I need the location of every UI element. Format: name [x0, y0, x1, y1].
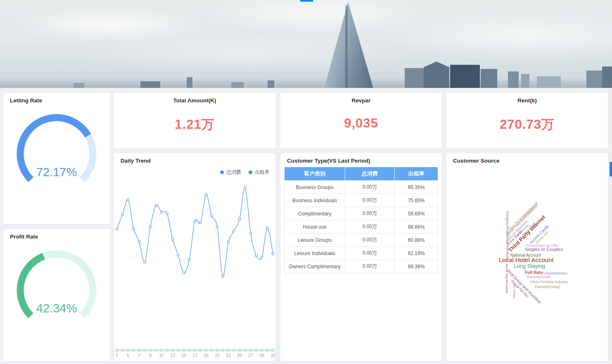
- line-chart-svg: 35791113151719212325272931: [114, 153, 275, 361]
- shard-edge: [345, 5, 348, 88]
- table-cell: 65.35%: [395, 181, 438, 194]
- rent-card: Rent(k) 270.73万: [446, 93, 608, 149]
- total-amount-card: Total Amount(K) 1.21万: [114, 93, 275, 149]
- table-cell: 0.00万: [345, 207, 395, 220]
- table-cell: 0.00万: [345, 194, 395, 207]
- svg-text:31: 31: [270, 353, 275, 358]
- card-title: Rent(k): [446, 97, 608, 104]
- table-row: House use0.00万88.66%: [285, 220, 438, 234]
- rent-value: 270.73万: [446, 116, 608, 133]
- wordcloud-word: Owners(Comp): [535, 285, 560, 289]
- table-row: Leisure Groups0.00万60.88%: [285, 234, 438, 247]
- customer-type-card: Customer Type(VS Last Period) 客户类别总消费出租率…: [280, 153, 442, 361]
- revpar-card: Revpar 9,035: [280, 93, 442, 149]
- wordcloud-word: Other Ptnrship Industry: [530, 280, 568, 284]
- svg-text:7: 7: [138, 353, 140, 358]
- wordcloud-word: Local Hotel Account: [499, 257, 554, 263]
- daily-trend-chart: 35791113151719212325272931: [114, 153, 275, 361]
- svg-text:13: 13: [170, 353, 175, 358]
- building: [231, 82, 244, 88]
- table-cell: 60.88%: [395, 234, 438, 247]
- building: [268, 80, 274, 88]
- building: [405, 68, 424, 88]
- svg-text:3: 3: [116, 353, 118, 358]
- table-cell: Complimentary: [285, 207, 345, 220]
- svg-text:15: 15: [181, 353, 186, 358]
- svg-text:19: 19: [204, 353, 209, 358]
- daily-trend-card: Daily Trend 总消费出租率 357911131517192123252…: [114, 153, 275, 361]
- svg-text:29: 29: [259, 353, 264, 358]
- table-cell: House use: [285, 220, 345, 234]
- building: [537, 76, 561, 88]
- customer-source-card: Customer Source Congres,Residential Semi…: [446, 153, 608, 361]
- table-cell: Leisure Individuals: [285, 247, 345, 260]
- card-title: Customer Type(VS Last Period): [287, 158, 370, 164]
- wordcloud-word: Accor Key Accounts: [505, 264, 508, 293]
- table-cell: Leisure Groups: [285, 234, 345, 247]
- table-row: Business Groups0.00万65.35%: [285, 181, 438, 194]
- customer-source-wordcloud: Congres,Residential SeminarsTour Op Vche…: [446, 153, 608, 361]
- wordcloud-word: Air Crews: [512, 284, 516, 298]
- building: [481, 69, 497, 88]
- customer-type-table: 客户类别总消费出租率 Business Groups0.00万65.35%Bus…: [284, 167, 438, 273]
- table-header-cell: 总消费: [345, 167, 395, 181]
- wordcloud-word: Owners(Small): [526, 275, 551, 279]
- table-row: Leisure Individuals0.00万62.19%: [285, 247, 438, 260]
- svg-text:9: 9: [149, 353, 152, 358]
- building: [187, 77, 192, 88]
- table-cell: Owners Complimentary: [285, 260, 345, 273]
- table-cell: 69.36%: [395, 260, 438, 273]
- card-title: Total Amount(K): [114, 97, 275, 104]
- svg-text:21: 21: [215, 353, 220, 358]
- table-header-cell: 客户类别: [285, 167, 345, 181]
- table-cell: 88.66%: [395, 220, 438, 234]
- building: [508, 71, 519, 88]
- skyline-far: [0, 78, 612, 88]
- gauge-arc: [3, 229, 110, 336]
- table-cell: 0.00万: [345, 234, 395, 247]
- banner-image: [0, 0, 612, 88]
- svg-text:11: 11: [159, 353, 164, 358]
- wordcloud-word: Full Rate: [525, 271, 542, 275]
- svg-text:17: 17: [192, 353, 197, 358]
- table-cell: 0.00万: [345, 220, 395, 234]
- table-cell: 75.65%: [395, 194, 438, 207]
- svg-text:23: 23: [226, 353, 231, 358]
- profit-rate-value: 42.34%: [3, 302, 110, 315]
- total-amount-value: 1.21万: [114, 116, 275, 133]
- table-cell: Business Individuals: [285, 194, 345, 207]
- table-cell: 0.00万: [345, 181, 395, 194]
- revpar-value: 9,035: [280, 116, 442, 131]
- top-tab-indicator: [300, 0, 313, 2]
- table-cell: Business Groups: [285, 181, 345, 194]
- table-cell: 0.00万: [345, 247, 395, 260]
- building: [586, 71, 603, 88]
- building: [140, 81, 160, 88]
- wordcloud-word: Long Staying: [514, 263, 545, 269]
- scrollbar-thumb[interactable]: [610, 162, 612, 177]
- table-row: Owners Complimentary0.00万69.36%: [285, 260, 438, 273]
- table-row: Business Individuals0.00万75.65%: [285, 194, 438, 207]
- table-cell: 62.19%: [395, 247, 438, 260]
- building: [74, 83, 84, 88]
- table-header-cell: 出租率: [395, 167, 438, 181]
- dashboard-page: Letting Rate 72.17% Profit Rate 42.34% T…: [0, 0, 612, 364]
- svg-text:25: 25: [237, 353, 242, 358]
- table-cell: 59.69%: [395, 207, 438, 220]
- svg-text:27: 27: [248, 353, 253, 358]
- building: [602, 66, 612, 88]
- table-cell: 0.00万: [345, 260, 395, 273]
- gauge-arc: [3, 93, 110, 200]
- table-row: Complimentary0.00万59.69%: [285, 207, 438, 220]
- building: [450, 65, 480, 88]
- scrollbar-track[interactable]: [610, 88, 612, 364]
- card-title: Revpar: [280, 97, 442, 104]
- table-header-row: 客户类别总消费出租率: [285, 167, 438, 181]
- building: [521, 74, 529, 88]
- letting-rate-card: Letting Rate 72.17%: [3, 93, 110, 224]
- letting-rate-value: 72.17%: [3, 165, 110, 179]
- svg-text:5: 5: [127, 353, 129, 358]
- wordcloud-word: Singles or Couples: [525, 247, 563, 252]
- clouds-decoration: [0, 0, 612, 88]
- profit-rate-card: Profit Rate 42.34%: [3, 229, 110, 361]
